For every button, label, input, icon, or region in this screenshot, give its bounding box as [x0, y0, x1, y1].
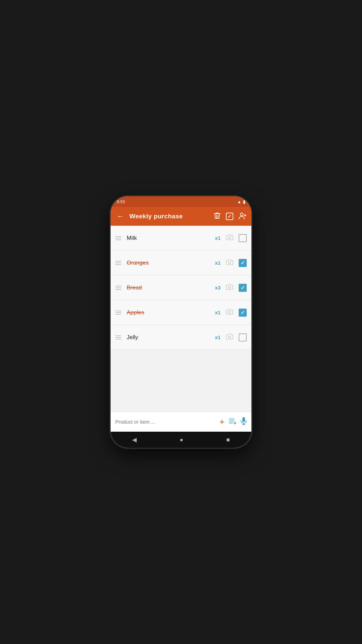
product-input[interactable] [115, 419, 216, 425]
status-bar: 9:55 ▲ ▮ [111, 196, 251, 207]
svg-rect-10 [242, 417, 245, 422]
checkbox-bread[interactable] [239, 284, 247, 292]
camera-button-jelly[interactable] [226, 333, 233, 341]
item-qty-oranges[interactable]: x1 [211, 260, 221, 266]
camera-button-oranges[interactable] [226, 259, 233, 267]
item-qty-bread[interactable]: x3 [211, 285, 221, 290]
list-item: Breadx3 [111, 275, 251, 300]
status-icons: ▲ ▮ [237, 199, 245, 204]
drag-handle[interactable] [115, 260, 123, 266]
item-name-apples: Apples [127, 309, 208, 316]
item-name-bread: Bread [127, 284, 208, 291]
svg-point-4 [229, 336, 231, 338]
microphone-button[interactable] [241, 417, 247, 427]
nav-recents-button[interactable]: ■ [220, 434, 237, 446]
shopping-list: Milkx1 Orangesx1 Breadx3 Applesx1 Jellyx… [111, 226, 251, 412]
list-item: Orangesx1 [111, 251, 251, 275]
camera-button-bread[interactable] [226, 284, 233, 291]
list-item: Jellyx1 [111, 325, 251, 350]
delete-list-button[interactable] [214, 212, 221, 221]
drag-handle[interactable] [115, 334, 123, 341]
checkbox-jelly[interactable] [239, 333, 247, 341]
add-to-list-button[interactable] [229, 418, 237, 426]
svg-point-2 [229, 286, 231, 288]
bottom-bar: + [111, 412, 251, 432]
app-bar: ← Weekly purchase ✓ [111, 207, 251, 226]
status-time: 9:55 [117, 199, 125, 204]
drag-handle[interactable] [115, 235, 123, 241]
svg-point-3 [229, 311, 231, 313]
item-name-milk: Milk [127, 235, 208, 241]
checkbox-oranges[interactable] [239, 259, 247, 267]
drag-handle[interactable] [115, 284, 123, 291]
nav-home-button[interactable]: ● [173, 434, 190, 446]
svg-point-0 [229, 237, 231, 239]
check-all-button[interactable]: ✓ [226, 213, 233, 220]
drag-handle[interactable] [115, 309, 123, 316]
list-item: Applesx1 [111, 300, 251, 325]
svg-point-1 [229, 262, 231, 264]
item-qty-apples[interactable]: x1 [211, 310, 221, 315]
add-person-button[interactable] [239, 212, 247, 221]
checkbox-milk[interactable] [239, 234, 247, 242]
item-name-oranges: Oranges [127, 260, 208, 266]
item-qty-jelly[interactable]: x1 [211, 334, 221, 340]
battery-icon: ▮ [243, 199, 245, 204]
nav-bar: ◀ ● ■ [111, 432, 251, 448]
add-item-button[interactable]: + [220, 417, 225, 427]
signal-icon: ▲ [237, 199, 241, 204]
list-item: Milkx1 [111, 226, 251, 251]
camera-button-apples[interactable] [226, 309, 233, 316]
checkbox-apples[interactable] [239, 309, 247, 317]
item-name-jelly: Jelly [127, 334, 208, 341]
back-button[interactable]: ← [115, 211, 125, 222]
nav-back-button[interactable]: ◀ [125, 433, 143, 446]
app-bar-actions: ✓ [214, 212, 247, 221]
item-qty-milk[interactable]: x1 [211, 235, 221, 241]
page-title: Weekly purchase [129, 213, 210, 220]
camera-button-milk[interactable] [226, 234, 233, 242]
